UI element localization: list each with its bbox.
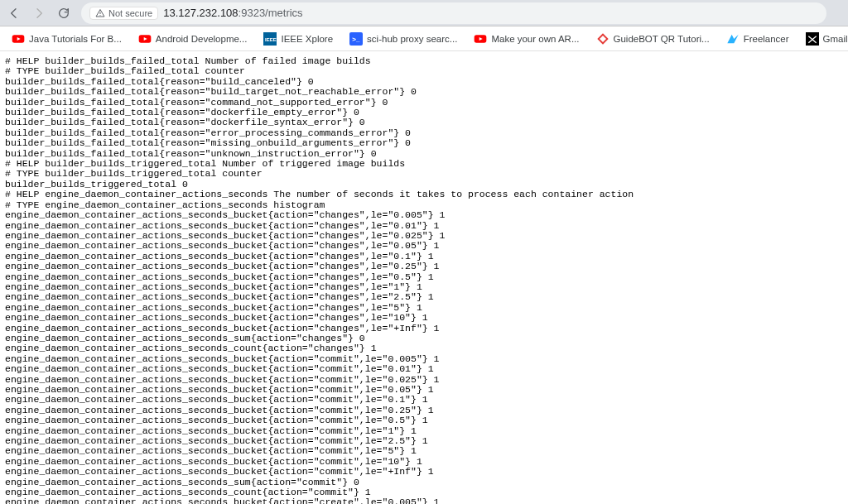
bookmark-item[interactable]: Freelancer (721, 30, 794, 48)
warning-icon (95, 8, 105, 18)
bookmark-label: sci-hub proxy searc... (367, 34, 457, 44)
not-secure-label: Not secure (108, 8, 152, 18)
youtube-icon (12, 32, 25, 46)
back-button[interactable] (7, 6, 22, 21)
ieee-icon: IEEE (263, 32, 277, 46)
bookmark-item[interactable]: Make your own AR... (469, 30, 584, 48)
url-port-path: :9323/metrics (238, 7, 303, 19)
metrics-content: # HELP builder_builds_failed_total Numbe… (0, 51, 848, 504)
bookmark-label: Java Tutorials For B... (29, 34, 122, 44)
bookmark-item[interactable]: Android Developme... (133, 30, 253, 48)
guidebot-icon (596, 32, 610, 46)
url-text: 13.127.232.108:9323/metrics (163, 7, 302, 19)
bookmark-item[interactable]: Java Tutorials For B... (7, 30, 127, 48)
freelancer-icon (726, 32, 740, 46)
bookmark-label: Gmail (823, 34, 848, 44)
scihub-icon: >_ (349, 32, 363, 46)
not-secure-badge[interactable]: Not secure (89, 7, 158, 20)
bookmark-item[interactable]: >_sci-hub proxy searc... (344, 30, 462, 48)
bookmark-label: Freelancer (744, 34, 789, 44)
browser-toolbar: Not secure 13.127.232.108:9323/metrics (0, 0, 848, 26)
bookmark-label: Make your own AR... (491, 34, 579, 44)
bookmark-label: GuideBOT QR Tutori... (614, 34, 710, 44)
svg-text:>_: >_ (352, 36, 360, 43)
reload-button[interactable] (56, 6, 71, 21)
url-bar[interactable]: Not secure 13.127.232.108:9323/metrics (81, 2, 826, 24)
youtube-icon (138, 32, 152, 46)
bookmark-label: Android Developme... (156, 34, 248, 44)
svg-point-1 (100, 15, 101, 16)
bookmark-item[interactable]: IEEEIEEE Xplore (258, 30, 338, 48)
bookmarks-bar: Java Tutorials For B...Android Developme… (0, 26, 848, 51)
forward-button[interactable] (31, 6, 46, 21)
gmail-icon (806, 32, 819, 46)
bookmark-item[interactable]: Gmail (801, 30, 848, 48)
bookmark-label: IEEE Xplore (281, 34, 333, 44)
svg-text:IEEE: IEEE (265, 36, 277, 41)
youtube-icon (474, 32, 487, 46)
url-host: 13.127.232.108 (163, 7, 238, 19)
bookmark-item[interactable]: GuideBOT QR Tutori... (591, 30, 715, 48)
